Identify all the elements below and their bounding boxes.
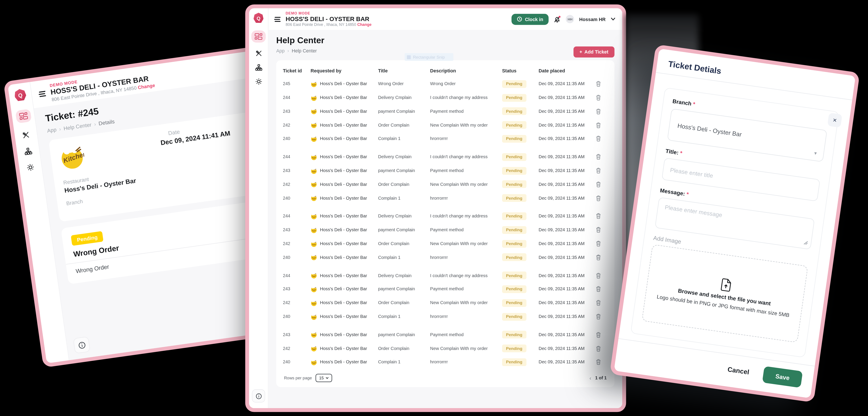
- plus-icon: +: [580, 49, 582, 55]
- sidebar-item-restaurant[interactable]: [255, 50, 262, 57]
- delete-ticket-button[interactable]: [593, 314, 604, 320]
- status-badge: Pending: [502, 212, 526, 220]
- status-badge: Pending: [502, 331, 526, 339]
- resize-handle-icon[interactable]: [803, 240, 808, 245]
- status-badge: Pending: [502, 194, 526, 202]
- delete-ticket-button[interactable]: [593, 108, 604, 114]
- delete-ticket-button[interactable]: [593, 273, 604, 279]
- clock-in-button[interactable]: Clock in: [512, 13, 549, 25]
- delete-ticket-button[interactable]: [593, 195, 604, 201]
- requested-by-name: Hoss's Deli - Oyster Bar: [320, 168, 367, 173]
- table-row[interactable]: 242 Hoss's Deli - Oyster Bar Order Compl…: [276, 237, 615, 250]
- requested-by-name: Hoss's Deli - Oyster Bar: [320, 314, 367, 319]
- cancel-button[interactable]: Cancel: [727, 365, 750, 376]
- delete-ticket-button[interactable]: [593, 168, 604, 174]
- message-label-text: Message:: [659, 187, 685, 197]
- breadcrumb-app[interactable]: App: [276, 48, 285, 54]
- table-row[interactable]: 243 Hoss's Deli - Oyster Bar payment Com…: [276, 104, 615, 118]
- delete-ticket-button[interactable]: [593, 136, 604, 142]
- table-row[interactable]: 245 Hoss's Deli - Oyster Bar Wrong Order…: [276, 77, 615, 91]
- table-row[interactable]: 243 Hoss's Deli - Oyster Bar payment Com…: [276, 282, 615, 296]
- delete-ticket-button[interactable]: [593, 213, 604, 219]
- table-row[interactable]: 240 Hoss's Deli - Oyster Bar Complain 1 …: [276, 191, 615, 205]
- add-ticket-button[interactable]: + Add Ticket: [573, 47, 614, 58]
- branch-select-value: Hoss's Deli - Oyster Bar: [677, 122, 742, 138]
- delete-ticket-button[interactable]: [593, 254, 604, 261]
- status-cell: Pending: [502, 167, 538, 174]
- table-row[interactable]: 244 Hoss's Deli - Oyster Bar Delivery Cm…: [276, 91, 615, 104]
- breadcrumb-separator: ›: [59, 126, 61, 132]
- table-row[interactable]: 242 Hoss's Deli - Oyster Bar Order Compl…: [276, 296, 615, 310]
- status-badge: Pending: [71, 231, 104, 246]
- table-row[interactable]: 243 Hoss's Deli - Oyster Bar payment Com…: [276, 164, 615, 177]
- table-row[interactable]: 243 Hoss's Deli - Oyster Bar payment Com…: [276, 223, 615, 237]
- delete-ticket-button[interactable]: [593, 359, 604, 365]
- ticket-id-cell: 243: [283, 332, 311, 337]
- requested-by-cell: Hoss's Deli - Oyster Bar: [311, 240, 378, 247]
- user-name[interactable]: Hossam HR: [579, 16, 606, 22]
- info-button[interactable]: [73, 336, 91, 354]
- hamburger-menu-icon[interactable]: [38, 91, 47, 97]
- delete-ticket-button[interactable]: [593, 286, 604, 292]
- dashboard-icon: [19, 112, 28, 120]
- notifications-button[interactable]: [554, 15, 561, 23]
- hamburger-menu-icon[interactable]: [274, 16, 281, 22]
- chevron-down-icon[interactable]: [611, 18, 616, 21]
- description-cell: I couldn't change my address: [430, 95, 502, 100]
- delete-ticket-button[interactable]: [593, 240, 604, 247]
- sidebar-item-restaurant[interactable]: [22, 131, 30, 140]
- delete-ticket-button[interactable]: [593, 181, 604, 187]
- sidebar-item-settings[interactable]: [255, 78, 262, 85]
- change-address-link[interactable]: Change: [358, 23, 372, 27]
- app-logo-icon[interactable]: Q: [253, 13, 264, 23]
- delete-ticket-button[interactable]: [593, 95, 604, 101]
- close-button[interactable]: ×: [827, 113, 842, 128]
- delete-ticket-button[interactable]: [593, 332, 604, 338]
- table-row[interactable]: 243 Hoss's Deli - Oyster Bar payment Com…: [276, 328, 615, 341]
- delete-ticket-button[interactable]: [593, 154, 604, 160]
- col-date-placed: Date placed: [538, 68, 593, 74]
- app-logo-icon[interactable]: Q: [13, 88, 27, 102]
- sidebar-item-organization[interactable]: [255, 64, 262, 71]
- rows-per-page-select[interactable]: 15: [316, 374, 332, 382]
- sidebar-item-dashboard[interactable]: [251, 31, 266, 42]
- snip-icon: [407, 55, 411, 59]
- ticket-id-cell: 242: [283, 123, 311, 128]
- delete-ticket-button[interactable]: [593, 345, 604, 351]
- sidebar-item-organization[interactable]: [24, 147, 33, 155]
- trash-icon: [596, 254, 601, 261]
- page-title: Help Center: [276, 36, 615, 45]
- requested-by-name: Hoss's Deli - Oyster Bar: [320, 214, 367, 219]
- table-row[interactable]: 240 Hoss's Deli - Oyster Bar Complain 1 …: [276, 355, 615, 369]
- table-row[interactable]: 244 Hoss's Deli - Oyster Bar Delivery Cm…: [276, 209, 615, 223]
- requested-by-cell: Hoss's Deli - Oyster Bar: [311, 135, 378, 142]
- trash-icon: [596, 136, 601, 142]
- delete-ticket-button[interactable]: [593, 81, 604, 87]
- table-row[interactable]: 244 Hoss's Deli - Oyster Bar Delivery Cm…: [276, 150, 615, 164]
- table-row[interactable]: 242 Hoss's Deli - Oyster Bar Order Compl…: [276, 118, 615, 132]
- table-row[interactable]: 244 Hoss's Deli - Oyster Bar Delivery Cm…: [276, 269, 615, 282]
- delete-ticket-button[interactable]: [593, 122, 604, 128]
- sidebar-item-dashboard[interactable]: [15, 109, 31, 124]
- table-row[interactable]: 242 Hoss's Deli - Oyster Bar Order Compl…: [276, 342, 615, 355]
- save-button[interactable]: Save: [762, 366, 803, 388]
- sidebar-item-settings[interactable]: [26, 163, 35, 172]
- title-cell: Complain 1: [378, 136, 430, 141]
- table-row[interactable]: 240 Hoss's Deli - Oyster Bar Complain 1 …: [276, 250, 615, 264]
- requested-by-cell: Hoss's Deli - Oyster Bar: [311, 286, 378, 292]
- table-row[interactable]: 240 Hoss's Deli - Oyster Bar Complain 1 …: [276, 310, 615, 323]
- title-cell: Order Complain: [378, 123, 430, 128]
- user-avatar[interactable]: HH: [566, 15, 575, 24]
- date-placed-cell: Dec 09, 2024 11:35 AM: [538, 168, 593, 173]
- delete-ticket-button[interactable]: [593, 227, 604, 233]
- info-button[interactable]: [252, 389, 265, 403]
- delete-ticket-button[interactable]: [593, 300, 604, 306]
- prev-page-button[interactable]: ‹: [589, 375, 591, 381]
- help-center-page-card: Q: [245, 4, 626, 412]
- ticket-id-cell: 240: [283, 255, 311, 260]
- breadcrumb-help-center[interactable]: Help Center: [63, 121, 92, 131]
- table-row[interactable]: 240 Hoss's Deli - Oyster Bar Complain 1 …: [276, 132, 615, 145]
- title-cell: Delivery Cmplain: [378, 273, 430, 278]
- breadcrumb-app[interactable]: App: [46, 126, 57, 134]
- table-row[interactable]: 242 Hoss's Deli - Oyster Bar Order Compl…: [276, 177, 615, 191]
